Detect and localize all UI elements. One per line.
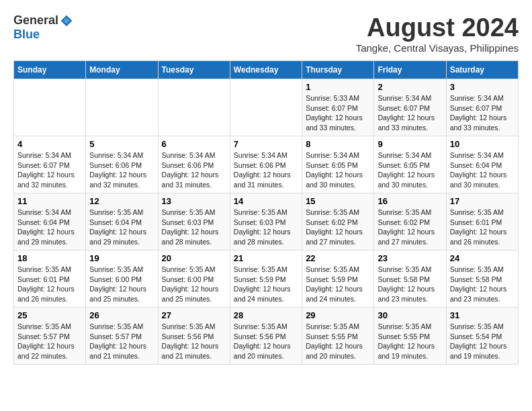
- day-content: Sunrise: 5:35 AM Sunset: 6:03 PM Dayligh…: [234, 208, 298, 247]
- day-content: Sunrise: 5:34 AM Sunset: 6:07 PM Dayligh…: [378, 93, 442, 133]
- day-content: Sunrise: 5:33 AM Sunset: 6:07 PM Dayligh…: [306, 93, 370, 133]
- calendar-header-row: SundayMondayTuesdayWednesdayThursdayFrid…: [14, 61, 519, 79]
- day-content: Sunrise: 5:35 AM Sunset: 5:57 PM Dayligh…: [89, 322, 154, 361]
- table-row: [14, 79, 86, 136]
- table-row: 5Sunrise: 5:34 AM Sunset: 6:06 PM Daylig…: [86, 136, 158, 193]
- day-content: Sunrise: 5:35 AM Sunset: 5:59 PM Dayligh…: [306, 265, 370, 304]
- day-number: 4: [17, 139, 82, 149]
- day-number: 24: [450, 253, 515, 263]
- day-number: 11: [17, 196, 82, 206]
- calendar-day-header: Tuesday: [158, 61, 230, 79]
- day-number: 7: [234, 139, 298, 149]
- table-row: 25Sunrise: 5:35 AM Sunset: 5:57 PM Dayli…: [14, 308, 86, 365]
- logo-blue-text: Blue: [13, 28, 40, 42]
- page-header: General Blue August 2024 Tangke, Central…: [13, 13, 519, 54]
- table-row: 28Sunrise: 5:35 AM Sunset: 5:56 PM Dayli…: [230, 308, 302, 365]
- table-row: 26Sunrise: 5:35 AM Sunset: 5:57 PM Dayli…: [86, 308, 158, 365]
- day-number: 17: [450, 196, 515, 206]
- day-content: Sunrise: 5:34 AM Sunset: 6:07 PM Dayligh…: [450, 93, 515, 133]
- table-row: 8Sunrise: 5:34 AM Sunset: 6:05 PM Daylig…: [302, 136, 374, 193]
- day-number: 2: [378, 82, 442, 92]
- day-content: Sunrise: 5:35 AM Sunset: 5:58 PM Dayligh…: [378, 265, 442, 304]
- day-content: Sunrise: 5:35 AM Sunset: 5:54 PM Dayligh…: [450, 322, 515, 361]
- location-subtitle: Tangke, Central Visayas, Philippines: [356, 42, 519, 54]
- day-content: Sunrise: 5:35 AM Sunset: 6:00 PM Dayligh…: [89, 265, 154, 304]
- table-row: 27Sunrise: 5:35 AM Sunset: 5:56 PM Dayli…: [158, 308, 230, 365]
- day-number: 14: [234, 196, 298, 206]
- day-number: 13: [162, 196, 226, 206]
- table-row: 14Sunrise: 5:35 AM Sunset: 6:03 PM Dayli…: [230, 193, 302, 250]
- day-number: 1: [306, 82, 370, 92]
- calendar-week-row: 4Sunrise: 5:34 AM Sunset: 6:07 PM Daylig…: [14, 136, 519, 193]
- logo-general-text: General: [13, 13, 58, 28]
- table-row: 19Sunrise: 5:35 AM Sunset: 6:00 PM Dayli…: [86, 250, 158, 308]
- calendar-week-row: 18Sunrise: 5:35 AM Sunset: 6:01 PM Dayli…: [14, 250, 519, 308]
- day-number: 18: [17, 253, 82, 263]
- month-year-title: August 2024: [356, 13, 519, 42]
- day-content: Sunrise: 5:34 AM Sunset: 6:06 PM Dayligh…: [162, 150, 226, 190]
- day-number: 25: [17, 310, 82, 320]
- day-number: 16: [378, 196, 442, 206]
- day-number: 8: [306, 139, 370, 149]
- table-row: 23Sunrise: 5:35 AM Sunset: 5:58 PM Dayli…: [374, 250, 446, 308]
- day-content: Sunrise: 5:34 AM Sunset: 6:05 PM Dayligh…: [306, 150, 370, 190]
- table-row: 6Sunrise: 5:34 AM Sunset: 6:06 PM Daylig…: [158, 136, 230, 193]
- table-row: 24Sunrise: 5:35 AM Sunset: 5:58 PM Dayli…: [446, 250, 518, 308]
- table-row: [158, 79, 230, 136]
- day-content: Sunrise: 5:34 AM Sunset: 6:04 PM Dayligh…: [450, 150, 515, 190]
- day-content: Sunrise: 5:35 AM Sunset: 6:02 PM Dayligh…: [378, 208, 442, 247]
- table-row: 31Sunrise: 5:35 AM Sunset: 5:54 PM Dayli…: [446, 308, 518, 365]
- day-number: 29: [306, 310, 370, 320]
- calendar-table: SundayMondayTuesdayWednesdayThursdayFrid…: [13, 60, 519, 365]
- day-number: 12: [89, 196, 154, 206]
- day-number: 20: [162, 253, 226, 263]
- table-row: [86, 79, 158, 136]
- day-number: 27: [162, 310, 226, 320]
- table-row: 11Sunrise: 5:34 AM Sunset: 6:04 PM Dayli…: [14, 193, 86, 250]
- day-number: 21: [234, 253, 298, 263]
- calendar-day-header: Thursday: [302, 61, 374, 79]
- table-row: 20Sunrise: 5:35 AM Sunset: 6:00 PM Dayli…: [158, 250, 230, 308]
- day-content: Sunrise: 5:35 AM Sunset: 6:01 PM Dayligh…: [17, 265, 82, 304]
- day-content: Sunrise: 5:35 AM Sunset: 6:00 PM Dayligh…: [162, 265, 226, 304]
- day-number: 28: [234, 310, 298, 320]
- day-number: 26: [89, 310, 154, 320]
- table-row: 15Sunrise: 5:35 AM Sunset: 6:02 PM Dayli…: [302, 193, 374, 250]
- day-number: 10: [450, 139, 515, 149]
- logo: General Blue: [13, 13, 73, 42]
- calendar-day-header: Monday: [86, 61, 158, 79]
- table-row: 30Sunrise: 5:35 AM Sunset: 5:55 PM Dayli…: [374, 308, 446, 365]
- day-number: 19: [89, 253, 154, 263]
- day-content: Sunrise: 5:34 AM Sunset: 6:07 PM Dayligh…: [17, 150, 82, 190]
- table-row: 7Sunrise: 5:34 AM Sunset: 6:06 PM Daylig…: [230, 136, 302, 193]
- day-content: Sunrise: 5:35 AM Sunset: 5:55 PM Dayligh…: [306, 322, 370, 361]
- table-row: 13Sunrise: 5:35 AM Sunset: 6:03 PM Dayli…: [158, 193, 230, 250]
- day-content: Sunrise: 5:34 AM Sunset: 6:04 PM Dayligh…: [17, 208, 82, 247]
- day-content: Sunrise: 5:34 AM Sunset: 6:06 PM Dayligh…: [234, 150, 298, 190]
- day-number: 22: [306, 253, 370, 263]
- day-content: Sunrise: 5:35 AM Sunset: 5:58 PM Dayligh…: [450, 265, 515, 304]
- calendar-week-row: 1Sunrise: 5:33 AM Sunset: 6:07 PM Daylig…: [14, 79, 519, 136]
- logo-icon: [60, 14, 73, 28]
- table-row: 3Sunrise: 5:34 AM Sunset: 6:07 PM Daylig…: [446, 79, 518, 136]
- day-number: 30: [378, 310, 442, 320]
- day-content: Sunrise: 5:35 AM Sunset: 5:59 PM Dayligh…: [234, 265, 298, 304]
- day-content: Sunrise: 5:35 AM Sunset: 6:01 PM Dayligh…: [450, 208, 515, 247]
- table-row: 16Sunrise: 5:35 AM Sunset: 6:02 PM Dayli…: [374, 193, 446, 250]
- table-row: 18Sunrise: 5:35 AM Sunset: 6:01 PM Dayli…: [14, 250, 86, 308]
- table-row: 9Sunrise: 5:34 AM Sunset: 6:05 PM Daylig…: [374, 136, 446, 193]
- table-row: 4Sunrise: 5:34 AM Sunset: 6:07 PM Daylig…: [14, 136, 86, 193]
- day-number: 9: [378, 139, 442, 149]
- calendar-day-header: Saturday: [446, 61, 518, 79]
- calendar-day-header: Wednesday: [230, 61, 302, 79]
- table-row: 10Sunrise: 5:34 AM Sunset: 6:04 PM Dayli…: [446, 136, 518, 193]
- day-number: 5: [89, 139, 154, 149]
- table-row: 29Sunrise: 5:35 AM Sunset: 5:55 PM Dayli…: [302, 308, 374, 365]
- day-number: 3: [450, 82, 515, 92]
- day-content: Sunrise: 5:35 AM Sunset: 5:56 PM Dayligh…: [234, 322, 298, 361]
- day-content: Sunrise: 5:35 AM Sunset: 5:57 PM Dayligh…: [17, 322, 82, 361]
- day-content: Sunrise: 5:34 AM Sunset: 6:05 PM Dayligh…: [378, 150, 442, 190]
- day-content: Sunrise: 5:35 AM Sunset: 6:02 PM Dayligh…: [306, 208, 370, 247]
- calendar-week-row: 25Sunrise: 5:35 AM Sunset: 5:57 PM Dayli…: [14, 308, 519, 365]
- table-row: 2Sunrise: 5:34 AM Sunset: 6:07 PM Daylig…: [374, 79, 446, 136]
